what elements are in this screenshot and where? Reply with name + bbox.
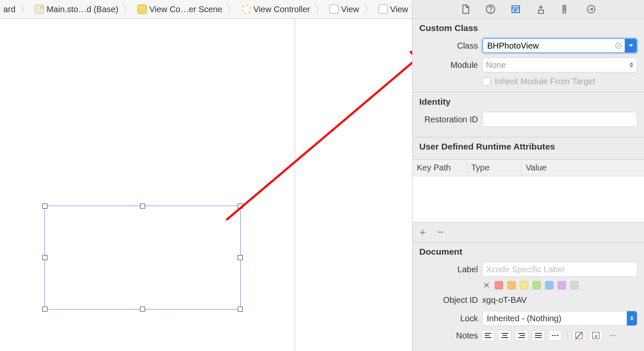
chevron-right-icon: 〉: [363, 2, 375, 17]
resize-handle[interactable]: [42, 307, 47, 312]
color-swatch[interactable]: [507, 281, 516, 289]
runtime-table-header: Key Path Type Value: [413, 160, 644, 176]
breadcrumb-item-view[interactable]: View: [375, 5, 412, 14]
storyboard-file-icon: [35, 5, 44, 14]
object-id-value: xgq-oT-BAV: [482, 294, 637, 307]
resize-handle[interactable]: [238, 204, 243, 209]
lock-value: Inherited - (Nothing): [487, 314, 561, 323]
section-runtime-attributes: User Defined Runtime Attributes Key Path…: [413, 137, 644, 243]
tab-identity-inspector[interactable]: [510, 3, 522, 15]
separator: [567, 330, 567, 341]
tab-quick-help[interactable]: [485, 3, 496, 15]
section-title: Identity: [419, 97, 637, 107]
tab-connections-inspector[interactable]: [585, 3, 597, 15]
resize-handle[interactable]: [42, 255, 47, 260]
svg-text:a: a: [595, 333, 597, 339]
section-title: Custom Class: [419, 23, 637, 33]
chevron-updown-icon: [627, 311, 637, 325]
selected-view[interactable]: [44, 206, 241, 310]
breadcrumb-item-scene[interactable]: View Co…er Scene: [134, 5, 226, 14]
notes-color-button[interactable]: [572, 330, 586, 341]
class-dropdown-button[interactable]: [625, 39, 636, 52]
color-swatch[interactable]: [545, 281, 553, 289]
col-key-path[interactable]: Key Path: [413, 160, 467, 176]
breadcrumb-item-project[interactable]: ard: [0, 5, 19, 14]
chevron-right-icon: 〉: [226, 2, 238, 17]
notes-more-button[interactable]: ⋯: [606, 330, 619, 341]
breadcrumb-label: View: [341, 5, 359, 14]
breadcrumb[interactable]: ard 〉 Main.sto…d (Base) 〉 View Co…er Sce…: [0, 0, 412, 19]
runtime-table-body[interactable]: [413, 176, 644, 222]
module-combobox[interactable]: None: [482, 57, 637, 72]
breadcrumb-label: View Controller: [253, 5, 310, 14]
breadcrumb-label: Main.sto…d (Base): [47, 5, 118, 14]
notes-align-left-button[interactable]: [481, 330, 495, 341]
notes-font-button[interactable]: a: [589, 330, 602, 341]
label-module: Module: [419, 60, 478, 70]
tab-attributes-inspector[interactable]: [535, 3, 547, 15]
color-swatch[interactable]: [495, 281, 503, 289]
svg-point-2: [491, 12, 491, 12]
chevron-updown-icon: [629, 62, 634, 67]
notes-style-dashed-button[interactable]: [548, 330, 562, 341]
lock-select[interactable]: Inherited - (Nothing): [482, 311, 637, 326]
notes-align-center-button[interactable]: [498, 330, 512, 341]
color-swatch[interactable]: [570, 281, 579, 289]
breadcrumb-label: ard: [3, 5, 16, 14]
class-combobox[interactable]: [482, 38, 637, 53]
notes-align-right-button[interactable]: [515, 330, 528, 341]
inspector-tabs: [413, 0, 644, 19]
breadcrumb-item-view[interactable]: View: [326, 5, 363, 14]
label-object-id: Object ID: [419, 295, 478, 305]
resize-handle[interactable]: [140, 204, 145, 209]
label-lock: Lock: [419, 314, 478, 323]
label-restoration-id: Restoration ID: [419, 115, 478, 124]
canvas-divider: [295, 19, 295, 351]
restoration-id-input[interactable]: [482, 112, 637, 127]
section-title: User Defined Runtime Attributes: [419, 142, 637, 152]
color-swatch[interactable]: [532, 281, 541, 289]
runtime-table-footer: + −: [413, 222, 644, 243]
remove-attribute-button[interactable]: −: [435, 226, 445, 239]
inspector-panel: Custom Class Class Module None: [412, 0, 644, 351]
chevron-right-icon: 〉: [314, 2, 326, 17]
canvas[interactable]: [0, 19, 412, 351]
class-input[interactable]: [483, 39, 612, 52]
label-notes: Notes: [419, 331, 478, 341]
scene-icon: [138, 5, 147, 14]
label-color-swatches: ✕: [482, 281, 637, 289]
document-label-input[interactable]: [482, 262, 637, 277]
chevron-right-icon: 〉: [19, 2, 31, 17]
label-document-label: Label: [419, 265, 478, 274]
breadcrumb-label: View Co…er Scene: [149, 5, 222, 14]
breadcrumb-label: View: [390, 5, 408, 14]
breadcrumb-item-controller[interactable]: View Controller: [238, 5, 313, 14]
notes-align-justify-button[interactable]: [532, 330, 545, 341]
jump-to-class-icon[interactable]: [612, 39, 625, 52]
view-icon: [330, 5, 339, 14]
section-identity: Identity Restoration ID: [413, 93, 644, 137]
color-swatch[interactable]: [520, 281, 528, 289]
module-placeholder: None: [486, 60, 506, 70]
col-type[interactable]: Type: [467, 160, 522, 176]
view-icon: [379, 5, 388, 14]
inherit-module-checkbox[interactable]: [482, 77, 491, 86]
resize-handle[interactable]: [238, 255, 243, 260]
section-title: Document: [419, 247, 637, 257]
chevron-right-icon: 〉: [122, 2, 134, 17]
breadcrumb-item-file[interactable]: Main.sto…d (Base): [31, 5, 122, 14]
svg-line-29: [576, 332, 582, 339]
label-class: Class: [419, 41, 478, 51]
view-controller-icon: [242, 5, 251, 14]
color-swatch[interactable]: [558, 281, 566, 289]
tab-size-inspector[interactable]: [560, 3, 572, 15]
add-attribute-button[interactable]: +: [418, 226, 428, 239]
clear-label-color-button[interactable]: ✕: [482, 281, 491, 289]
col-value[interactable]: Value: [522, 160, 644, 176]
section-custom-class: Custom Class Class Module None: [413, 19, 644, 93]
resize-handle[interactable]: [42, 204, 47, 209]
tab-file-inspector[interactable]: [460, 3, 471, 15]
resize-handle[interactable]: [140, 307, 145, 312]
section-document: Document Label ✕ Object ID xgq-oT-BAV Lo…: [413, 243, 644, 351]
resize-handle[interactable]: [238, 307, 243, 312]
